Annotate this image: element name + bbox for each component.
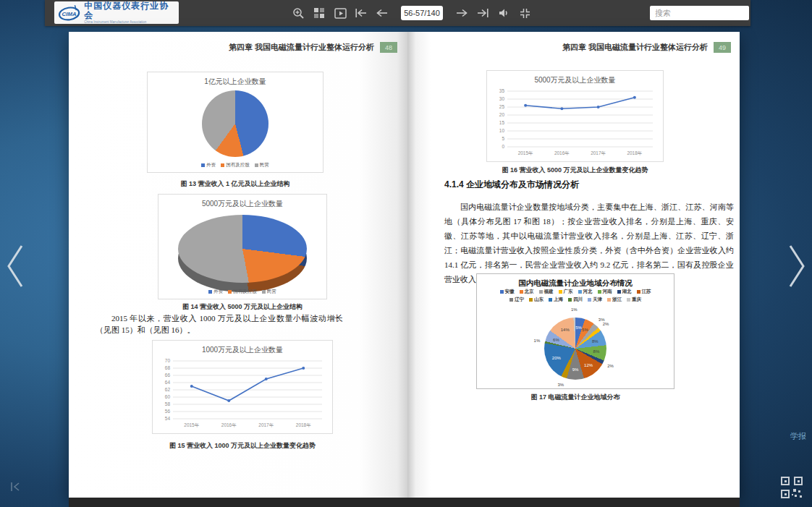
fig15-caption: 图 15 营业收入 1000 万元及以上企业数量变化趋势	[152, 441, 333, 451]
svg-text:68: 68	[165, 365, 171, 370]
fig14-caption: 图 14 营业收入 5000 万元及以上企业结构	[158, 302, 327, 312]
first-page-button[interactable]	[354, 6, 368, 20]
legend-marker	[568, 298, 572, 302]
legend-marker	[637, 290, 640, 294]
fig13-title: 1亿元以上企业数量	[148, 77, 323, 87]
legend-row: 安徽北京福建广东河北河南湖北江苏	[500, 289, 651, 295]
fig17-pie-area: 5%5%3%2%8%8%2%12%9%3%20%1%6%14%1%	[477, 312, 674, 385]
zoom-button[interactable]	[291, 6, 305, 20]
toolbar-collapse-button[interactable]	[10, 482, 22, 495]
svg-text:2016年: 2016年	[554, 150, 570, 155]
svg-text:2017年: 2017年	[258, 422, 274, 427]
fig14-pie	[178, 215, 307, 283]
pie-slice-label: 20%	[552, 356, 561, 360]
svg-text:CIMA: CIMA	[62, 10, 77, 17]
fig16-plot: 051015202530352015年2016年2017年2018年	[490, 87, 660, 158]
toolbar-collapse-icon	[10, 482, 22, 492]
legend-marker	[255, 163, 258, 167]
next-page-button[interactable]	[454, 6, 469, 20]
page-indicator-input[interactable]: 56-57/140	[401, 6, 443, 20]
pie-slice-label: 9%	[572, 367, 579, 372]
slideshow-button[interactable]	[333, 6, 347, 20]
next-page-icon	[455, 8, 468, 18]
legend-marker	[607, 298, 611, 302]
legend-item: 福建	[539, 289, 554, 295]
legend-label: 天津	[593, 297, 602, 303]
svg-text:62: 62	[165, 387, 171, 392]
fig17-pie-chart: 国内电磁流量计企业地域分布情况 安徽北京福建广东河北河南湖北江苏辽宁山东上海四川…	[476, 273, 674, 389]
org-name: 中国仪器仪表行业协会 China Instrument Manufacturer…	[84, 1, 176, 25]
last-page-button[interactable]	[475, 6, 490, 20]
pie-slice-label: 1%	[571, 307, 578, 312]
sound-button[interactable]	[496, 6, 511, 20]
fig13-legend: 外资国有及控股民营	[148, 162, 323, 169]
page-number-badge: 49	[714, 42, 731, 53]
svg-text:66: 66	[165, 372, 171, 378]
fullscreen-button[interactable]	[517, 6, 532, 20]
toolbar: CIMA 中国仪器仪表行业协会 China Instrument Manufac…	[45, 0, 750, 26]
fig13-pie-area	[148, 88, 323, 159]
zoom-icon	[292, 7, 305, 20]
legend-marker	[262, 290, 266, 294]
legend-label: 福建	[544, 289, 554, 295]
pie-slice-label: 6%	[553, 338, 559, 342]
fig17-legend: 安徽北京福建广东河北河南湖北江苏辽宁山东上海四川天津浙江重庆	[477, 289, 674, 303]
legend-label: 民营	[260, 162, 269, 169]
thumbnails-button[interactable]	[312, 6, 326, 20]
prev-page-button[interactable]	[375, 6, 389, 20]
fullscreen-icon	[519, 7, 531, 20]
fig16-title: 5000万元及以上企业数量	[487, 75, 663, 85]
chapter-title: 第四章 我国电磁流量计行业整体运行分析	[562, 42, 708, 53]
legend-item: 安徽	[500, 289, 515, 295]
pie-slice-label: 1%	[534, 338, 541, 343]
legend-marker	[578, 290, 582, 294]
svg-text:2018年: 2018年	[627, 150, 642, 155]
fig13-pie	[202, 90, 268, 157]
search-input[interactable]	[654, 8, 759, 18]
fig15-line-chart: 1000万元及以上企业数量 5456586062646668702015年201…	[152, 340, 333, 434]
legend-marker	[539, 290, 543, 294]
pie-slice-label: 12%	[584, 363, 593, 367]
legend-item: 国有及控股	[228, 289, 257, 295]
pie-slice-label: 5%	[582, 328, 588, 332]
pie-slice-label: 5%	[575, 325, 582, 330]
svg-text:20: 20	[499, 112, 505, 117]
right-page-header: 第四章 我国电磁流量计行业整体运行分析 49	[562, 42, 731, 53]
legend-marker	[221, 163, 224, 167]
legend-item: 辽宁	[509, 297, 524, 303]
prev-page-chevron[interactable]	[4, 243, 26, 292]
pie-slice-label: 2%	[603, 322, 609, 326]
legend-label: 山东	[534, 297, 544, 303]
pie-slice-label: 14%	[561, 328, 570, 332]
next-chevron-icon	[786, 243, 808, 289]
svg-text:54: 54	[165, 416, 171, 421]
chapter-title: 第四章 我国电磁流量计行业整体运行分析	[229, 42, 374, 53]
legend-label: 外资	[213, 289, 223, 295]
legend-label: 河南	[603, 289, 612, 295]
legend-marker	[529, 298, 533, 302]
legend-marker	[520, 290, 523, 294]
qr-code-button[interactable]	[780, 476, 803, 499]
svg-text:2016年: 2016年	[221, 422, 237, 427]
legend-item: 山东	[529, 297, 544, 303]
svg-text:64: 64	[165, 380, 171, 385]
book-base-bar	[69, 498, 740, 507]
org-name-cn: 中国仪器仪表行业协会	[84, 1, 176, 20]
next-page-chevron[interactable]	[786, 243, 808, 292]
svg-text:5: 5	[502, 136, 504, 141]
fig15-title: 1000万元及以上企业数量	[153, 345, 332, 355]
org-logo[interactable]: CIMA 中国仪器仪表行业协会 China Instrument Manufac…	[54, 1, 179, 24]
page-number-badge: 48	[380, 42, 397, 53]
legend-item: 河北	[578, 289, 593, 295]
legend-label: 国有及控股	[226, 162, 250, 169]
fig15-plot: 5456586062646668702015年2016年2017年2018年	[156, 357, 329, 430]
report-link[interactable]: 学报	[790, 431, 806, 442]
pie-slice-label: 3%	[599, 318, 605, 322]
legend-item: 浙江	[607, 297, 622, 303]
legend-label: 四川	[573, 297, 583, 303]
svg-text:70: 70	[165, 358, 171, 363]
legend-marker	[627, 298, 630, 302]
fig13-pie-chart: 1亿元以上企业数量 外资国有及控股民营	[147, 72, 323, 173]
legend-row: 外资国有及控股民营	[208, 289, 276, 295]
legend-item: 广东	[559, 289, 573, 295]
